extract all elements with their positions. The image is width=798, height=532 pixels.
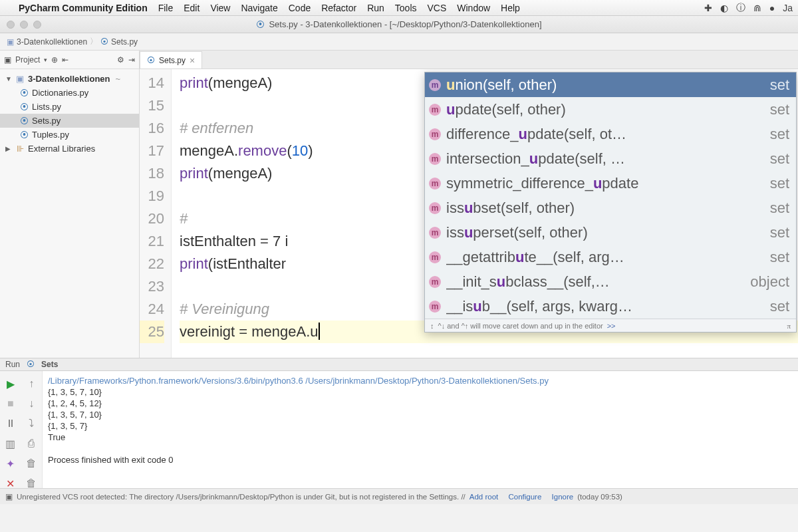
print-icon[interactable]: ⎙ <box>28 438 35 450</box>
tree-file[interactable]: ⦿Dictionaries.py <box>0 86 139 100</box>
tree-root-path-ellipsis: ~ <box>116 74 121 84</box>
autocomplete-item[interactable]: mintersection_update(self, …set <box>425 146 796 171</box>
menu-file[interactable]: File <box>158 3 174 13</box>
method-badge-icon: m <box>429 276 441 288</box>
autocomplete-item[interactable]: missuperset(self, other)set <box>425 220 796 245</box>
menu-run[interactable]: Run <box>367 3 384 13</box>
editor: ⦿ Sets.py × 14 15 16 17 18 19 20 21 22 2… <box>140 51 798 358</box>
menu-refactor[interactable]: Refactor <box>321 3 356 13</box>
expand-arrow-icon[interactable]: ▶ <box>5 145 12 152</box>
method-badge-icon: m <box>429 79 441 91</box>
stop-icon[interactable]: ■ <box>7 398 14 410</box>
method-badge-icon: m <box>429 153 441 165</box>
autocomplete-item[interactable]: munion(self, other)set <box>425 72 796 97</box>
pin-icon[interactable]: ✦ <box>6 458 15 470</box>
target-icon[interactable]: ⊕ <box>51 55 58 65</box>
close-icon[interactable]: × <box>190 55 195 66</box>
run-label: Run <box>5 360 20 369</box>
menu-help[interactable]: Help <box>501 3 520 13</box>
menu-edit[interactable]: Edit <box>184 3 200 13</box>
breadcrumb-file[interactable]: Sets.py <box>111 37 138 47</box>
menu-navigate[interactable]: Navigate <box>241 3 277 13</box>
breadcrumb-folder[interactable]: 3-Datenkollektionen <box>17 37 87 47</box>
menu-vcs[interactable]: VCS <box>428 3 447 13</box>
method-badge-icon: m <box>429 104 441 116</box>
status-icon[interactable]: ◐ <box>720 3 728 13</box>
method-badge-icon: m <box>429 301 441 313</box>
close-icon[interactable]: ✕ <box>6 477 15 490</box>
layout-icon[interactable]: ▥ <box>5 438 15 450</box>
text-caret <box>319 323 320 340</box>
folder-icon: ▣ <box>15 74 25 84</box>
project-tool-label[interactable]: Project <box>15 55 40 65</box>
menubar-appname[interactable]: PyCharm Community Edition <box>19 3 148 13</box>
expand-arrow-icon[interactable]: ▼ <box>5 75 12 82</box>
status-icon[interactable]: ✚ <box>704 3 712 13</box>
menu-window[interactable]: Window <box>457 3 490 13</box>
method-badge-icon: m <box>429 128 441 140</box>
tree-file[interactable]: ⦿Tuples.py <box>0 128 139 142</box>
tree-root-label: 3-Datenkollektionen <box>28 74 110 84</box>
statusbar-link-addroot[interactable]: Add root <box>469 493 498 501</box>
library-icon: ⊪ <box>15 144 25 154</box>
menu-tools[interactable]: Tools <box>395 3 417 13</box>
window-titlebar: ⦿ Sets.py - 3-Datenkollektionen - [~/Des… <box>0 16 798 33</box>
run-toolwindow-header[interactable]: Run ⦿ Sets <box>0 358 798 371</box>
status-icon[interactable]: ⓘ <box>736 2 745 14</box>
statusbar-time: (today 09:53) <box>577 493 622 501</box>
python-file-icon: ⦿ <box>147 56 155 65</box>
play-icon[interactable]: ▶ <box>7 378 15 390</box>
menu-code[interactable]: Code <box>289 3 311 13</box>
console-output[interactable]: /Library/Frameworks/Python.framework/Ver… <box>43 371 798 488</box>
autocomplete-item[interactable]: m__init_subclass__(self,…object <box>425 269 796 294</box>
collapse-icon[interactable]: ⇤ <box>62 55 68 65</box>
pause-icon[interactable]: ⏸ <box>5 418 16 430</box>
trash-icon[interactable]: 🗑 <box>26 477 37 489</box>
method-badge-icon: m <box>429 251 441 263</box>
window-title: Sets.py - 3-Datenkollektionen - [~/Deskt… <box>269 19 541 29</box>
line-gutter: 14 15 16 17 18 19 20 21 22 23 24 25 <box>140 69 172 358</box>
up-icon[interactable]: ↑ <box>29 378 34 390</box>
autocomplete-hint: ↕ ^↓ and ^↑ will move caret down and up … <box>425 319 796 332</box>
window-traffic-lights[interactable] <box>7 21 41 29</box>
tree-root[interactable]: ▼ ▣ 3-Datenkollektionen ~ <box>0 72 139 86</box>
menu-view[interactable]: View <box>210 3 230 13</box>
statusbar-link-ignore[interactable]: Ignore <box>552 493 574 501</box>
tree-external-libs[interactable]: ▶ ⊪ External Libraries <box>0 142 139 156</box>
statusbar-link-configure[interactable]: Configure <box>508 493 541 501</box>
run-toolwindow: ▶↑ ■↓ ⏸⤵ ▥⎙ ✦🗑 ✕🗑 /Library/Frameworks/Py… <box>0 371 798 488</box>
autocomplete-hint-link[interactable]: >> <box>607 315 616 337</box>
tree-file-selected[interactable]: ⦿Sets.py <box>0 114 139 128</box>
method-badge-icon: m <box>429 227 441 239</box>
project-sidebar: ▣ Project ▾ ⊕ ⇤ ⚙ ⇥ ▼ ▣ 3-Datenkollektio… <box>0 51 140 358</box>
statusbar-icon[interactable]: ▣ <box>5 492 13 501</box>
editor-tab[interactable]: ⦿ Sets.py × <box>140 51 202 68</box>
down-icon[interactable]: ↓ <box>29 398 34 410</box>
breadcrumb: ▣ 3-Datenkollektionen 〉 ⦿ Sets.py <box>0 33 798 51</box>
project-tool-icon[interactable]: ▣ <box>4 55 11 65</box>
run-config-name: Sets <box>41 360 58 369</box>
editor-tab-label: Sets.py <box>159 56 186 65</box>
autocomplete-item[interactable]: mupdate(self, other)set <box>425 97 796 122</box>
python-file-icon: ⦿ <box>27 360 35 369</box>
dropdown-arrow-icon[interactable]: ▾ <box>44 57 47 63</box>
trash-icon[interactable]: 🗑 <box>26 458 37 469</box>
method-badge-icon: m <box>429 202 441 214</box>
autocomplete-item[interactable]: msymmetric_difference_updateset <box>425 171 796 196</box>
tree-file-label: Sets.py <box>32 116 61 126</box>
autocomplete-item[interactable]: m__getattribute__(self, arg…set <box>425 245 796 269</box>
status-icon[interactable]: ⋒ <box>753 3 761 13</box>
status-clock[interactable]: Ja <box>783 3 793 13</box>
autocomplete-item[interactable]: mdifference_update(self, ot…set <box>425 122 796 146</box>
tree-external-label: External Libraries <box>28 144 95 154</box>
tree-file-label: Lists.py <box>32 102 61 112</box>
status-icon[interactable]: ● <box>769 3 775 13</box>
tree-file[interactable]: ⦿Lists.py <box>0 100 139 114</box>
code-area[interactable]: print(mengeA) # entfernen mengeA.remove(… <box>172 69 798 358</box>
hide-icon[interactable]: ⇥ <box>128 55 135 65</box>
gear-icon[interactable]: ⚙ <box>117 55 124 65</box>
autocomplete-item[interactable]: missubset(self, other)set <box>425 196 796 220</box>
pi-icon[interactable]: π <box>787 315 791 337</box>
project-tree: ▼ ▣ 3-Datenkollektionen ~ ⦿Dictionaries.… <box>0 69 139 158</box>
wrap-icon[interactable]: ⤵ <box>29 418 34 430</box>
